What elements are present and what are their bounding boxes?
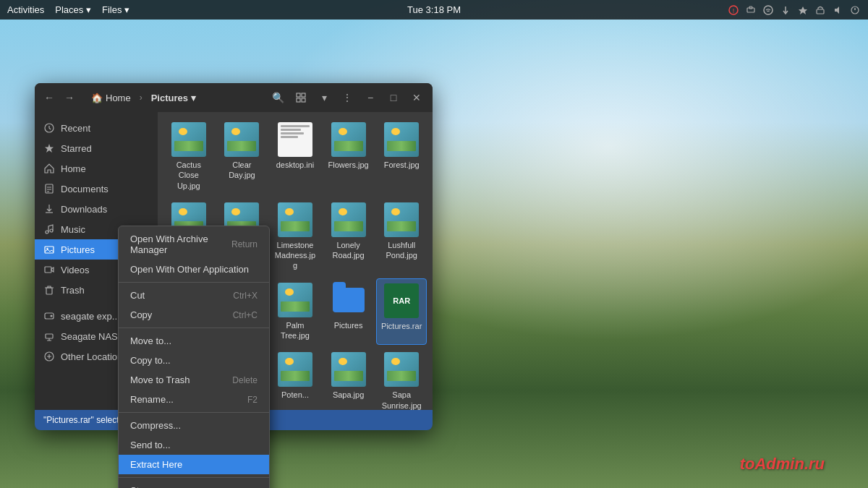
file-item[interactable]: Forest.jpg	[376, 118, 427, 195]
network-icon	[43, 330, 55, 342]
top-bar: Activities Places ▾ Files ▾ Tue 3:18 PM …	[0, 0, 868, 20]
file-label: Clear Day.jpg	[220, 160, 265, 181]
file-icon-container	[278, 352, 312, 387]
file-item[interactable]: desktop.ini	[270, 118, 320, 195]
context-menu-shortcut: Return	[231, 239, 258, 249]
maximize-button[interactable]: □	[383, 87, 404, 108]
tray-icon-1[interactable]: !	[728, 4, 739, 16]
file-icon-container	[278, 202, 312, 237]
context-menu-item-move-to[interactable]: Move to...	[119, 331, 269, 351]
downloads-icon	[43, 203, 55, 215]
view-toggle-button[interactable]	[291, 87, 311, 108]
context-menu-item-copy[interactable]: Copy Ctrl+C	[119, 305, 269, 325]
back-button[interactable]: ←	[41, 89, 58, 106]
file-label: Palm Tree.jpg	[273, 320, 318, 341]
search-button[interactable]: 🔍	[268, 87, 288, 108]
context-menu-item-open-other[interactable]: Open With Other Application	[119, 260, 269, 279]
context-menu-separator	[119, 282, 269, 283]
image-file-icon	[224, 122, 259, 157]
context-menu-separator	[119, 328, 269, 328]
minimize-button[interactable]: −	[360, 87, 380, 108]
file-item[interactable]: Sapa Sunrise.jpg	[376, 348, 427, 410]
power-icon[interactable]	[849, 4, 861, 16]
tray-icon-6[interactable]	[814, 4, 826, 16]
volume-icon[interactable]	[832, 4, 843, 16]
file-item[interactable]: Lushfull Pond.jpg	[376, 198, 427, 275]
image-file-icon	[384, 202, 419, 237]
context-menu-item-open-archive[interactable]: Open With Archive Manager Return	[119, 229, 269, 260]
file-item[interactable]: Palm Tree.jpg	[270, 278, 320, 346]
svg-marker-5	[799, 7, 807, 14]
sidebar-item-downloads[interactable]: Downloads	[35, 199, 158, 219]
context-menu-shortcut: Ctrl+X	[233, 291, 258, 301]
recent-icon	[43, 122, 55, 134]
top-bar-left: Activities Places ▾ Files ▾	[7, 4, 129, 15]
context-menu-item-extract-here[interactable]: Extract Here	[119, 455, 269, 474]
places-menu[interactable]: Places ▾	[55, 4, 91, 15]
file-icon-container	[331, 122, 366, 157]
file-item[interactable]: Sapa.jpg	[323, 348, 374, 410]
image-file-icon	[384, 352, 419, 387]
top-bar-right: !	[728, 4, 861, 16]
context-menu-separator	[119, 412, 269, 413]
context-menu-item-label: Open With Other Application	[130, 264, 249, 275]
tray-icon-2[interactable]	[745, 4, 757, 16]
file-label: desktop.ini	[276, 160, 315, 170]
home-sidebar-icon	[43, 163, 55, 174]
context-menu-item-compress[interactable]: Compress...	[119, 416, 269, 435]
file-label: Limestone Madness.jpg	[273, 240, 318, 271]
context-menu-item-label: Copy to...	[130, 355, 171, 366]
file-item[interactable]: Clear Day.jpg	[217, 118, 268, 195]
home-icon: 🏠	[91, 93, 103, 103]
sort-button[interactable]: ▾	[314, 87, 334, 108]
file-label: Flowers.jpg	[328, 160, 368, 170]
menu-button[interactable]: ⋮	[337, 87, 357, 108]
file-icon-container	[278, 122, 312, 157]
music-icon	[43, 223, 55, 235]
nav-buttons: ← →	[41, 89, 78, 106]
sidebar-item-recent[interactable]: Recent	[35, 118, 158, 138]
breadcrumb-home[interactable]: 🏠 Home	[85, 90, 137, 106]
context-menu-item-rename[interactable]: Rename... F2	[119, 390, 269, 409]
svg-text:!: !	[733, 7, 735, 14]
context-menu-item-trash[interactable]: Move to Trash Delete	[119, 370, 269, 390]
file-icon-container	[171, 122, 206, 157]
activities-button[interactable]: Activities	[7, 4, 44, 15]
context-menu-item-copy-to[interactable]: Copy to...	[119, 351, 269, 370]
file-item[interactable]: RAR Pictures.rar	[376, 278, 427, 346]
file-icon-container	[384, 352, 419, 387]
trash-icon	[43, 284, 55, 296]
breadcrumb-pictures[interactable]: Pictures ▾	[145, 90, 202, 106]
file-label: Cactus Close Up.jpg	[166, 160, 211, 191]
close-button[interactable]: ✕	[407, 87, 427, 108]
sidebar-item-home[interactable]: Home	[35, 158, 158, 179]
context-menu-item-send-to[interactable]: Send to...	[119, 435, 269, 455]
files-menu[interactable]: Files ▾	[102, 4, 129, 15]
sidebar-item-documents[interactable]: Documents	[35, 179, 158, 199]
sidebar-item-starred[interactable]: Starred	[35, 138, 158, 158]
file-item[interactable]: Flowers.jpg	[323, 118, 374, 195]
svg-point-22	[51, 315, 53, 317]
file-item[interactable]: Lonely Road.jpg	[323, 198, 374, 275]
forward-button[interactable]: →	[61, 89, 78, 106]
file-item[interactable]: Pictures	[323, 278, 374, 346]
context-menu: Open With Archive Manager Return Open Wi…	[118, 226, 270, 488]
context-menu-item-cut[interactable]: Cut Ctrl+X	[119, 286, 269, 305]
folder-icon	[331, 283, 366, 317]
file-icon-container	[278, 283, 312, 317]
context-menu-item-star[interactable]: Star	[119, 481, 269, 488]
file-item[interactable]: Poten...	[270, 348, 320, 410]
starred-icon	[43, 142, 55, 154]
tray-icon-4[interactable]	[780, 4, 791, 16]
context-menu-item-label: Move to...	[130, 335, 171, 346]
image-file-icon	[331, 122, 366, 157]
file-label: Pictures	[334, 320, 363, 330]
tray-icon-3[interactable]	[762, 4, 774, 16]
breadcrumb-separator: ›	[140, 93, 142, 103]
file-item[interactable]: Limestone Madness.jpg	[270, 198, 320, 275]
pictures-icon	[43, 244, 55, 255]
file-item[interactable]: Cactus Close Up.jpg	[163, 118, 214, 195]
context-menu-separator	[119, 477, 269, 478]
tray-icon-5[interactable]	[797, 4, 809, 16]
context-menu-shortcut: Ctrl+C	[233, 310, 258, 320]
